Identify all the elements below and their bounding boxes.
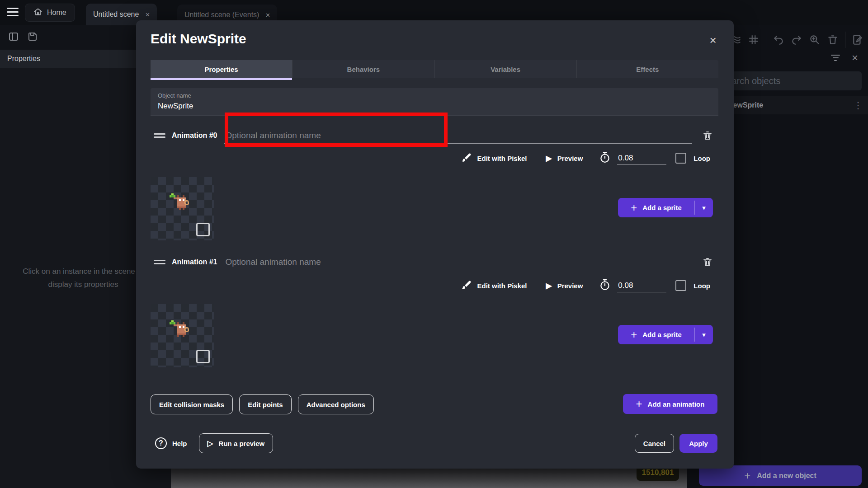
chevron-down-icon[interactable]: ▾	[695, 198, 713, 217]
drag-handle-icon[interactable]	[154, 131, 165, 140]
edit-with-piskel-button[interactable]: Edit with Piskel	[461, 152, 527, 164]
edit-with-piskel-label: Edit with Piskel	[477, 155, 527, 162]
close-dialog-icon[interactable]: ×	[705, 32, 721, 48]
animation-0-label: Animation #0	[172, 131, 217, 140]
scene-toolbar-icons	[730, 30, 863, 50]
toolbar-divider	[845, 32, 845, 48]
main-menu-icon[interactable]	[7, 8, 19, 18]
tab-events-label: Untitled scene (Events)	[184, 11, 259, 19]
dialog-tab-bar: Properties Behaviors Variables Effects	[151, 60, 718, 78]
close-icon[interactable]: ×	[265, 11, 270, 19]
animation-1-name-input[interactable]	[224, 254, 692, 270]
advanced-options-button[interactable]: Advanced options	[298, 394, 374, 414]
toolbar-divider	[766, 32, 766, 48]
object-name-value: NewSprite	[158, 102, 711, 111]
plus-icon: +	[631, 202, 637, 214]
dialog-secondary-actions: Edit collision masks Edit points Advance…	[151, 394, 374, 414]
dialog-title: Edit NewSprite	[151, 31, 246, 47]
run-a-preview-label: Run a preview	[219, 440, 265, 447]
plus-icon: +	[631, 328, 637, 341]
undo-icon[interactable]	[773, 34, 784, 46]
edit-collision-masks-button[interactable]: Edit collision masks	[151, 394, 233, 414]
timer-icon	[599, 279, 611, 292]
preview-label: Preview	[557, 155, 583, 162]
brush-icon	[461, 152, 472, 164]
sprite-select-checkbox[interactable]	[196, 350, 210, 363]
play-icon: ▶	[546, 154, 552, 163]
cursor-coordinates-value: 1510,801	[642, 468, 674, 477]
add-an-animation-button[interactable]: + Add an animation	[623, 394, 717, 414]
tab-home[interactable]: Home	[25, 4, 75, 22]
chevron-down-icon[interactable]: ▾	[695, 325, 713, 344]
object-name-field[interactable]: Object name NewSprite	[151, 88, 718, 116]
preview-button[interactable]: ▶ Preview	[546, 281, 583, 291]
run-a-preview-button[interactable]: ▷ Run a preview	[199, 433, 274, 453]
cancel-button[interactable]: Cancel	[635, 434, 674, 453]
panels-layout-icon[interactable]	[8, 31, 19, 44]
kebab-menu-icon[interactable]: ⋮	[854, 100, 863, 111]
tab-variables[interactable]: Variables	[434, 60, 576, 78]
tab-behaviors[interactable]: Behaviors	[292, 60, 434, 78]
help-button[interactable]: ? Help	[155, 437, 187, 449]
add-new-object-label: Add a new object	[757, 472, 816, 480]
tab-scene-label: Untitled scene	[93, 10, 139, 19]
delete-animation-icon[interactable]	[699, 254, 716, 270]
grid-icon[interactable]	[748, 34, 760, 46]
add-an-animation-label: Add an animation	[648, 400, 705, 408]
help-icon: ?	[155, 437, 167, 449]
help-label: Help	[172, 440, 187, 447]
animation-0-name-input[interactable]	[224, 128, 692, 144]
close-icon[interactable]: ×	[145, 11, 150, 19]
home-icon	[33, 7, 42, 18]
edit-with-piskel-button[interactable]: Edit with Piskel	[461, 280, 527, 292]
search-objects-input[interactable]	[714, 71, 862, 90]
edit-points-button[interactable]: Edit points	[239, 394, 292, 414]
trash-icon[interactable]	[827, 34, 839, 46]
add-a-sprite-label: Add a sprite	[642, 331, 682, 338]
loop-label: Loop	[693, 282, 710, 290]
add-a-sprite-label: Add a sprite	[642, 204, 682, 211]
animation-1-label: Animation #1	[172, 258, 217, 266]
timer-icon	[599, 151, 611, 165]
preview-button[interactable]: ▶ Preview	[546, 154, 583, 163]
tab-properties[interactable]: Properties	[151, 60, 292, 78]
objects-panel-header-icons: ×	[831, 52, 858, 64]
close-panel-icon[interactable]: ×	[852, 52, 858, 64]
pig-sprite-image	[166, 190, 196, 220]
scene-canvas-edge[interactable]	[171, 469, 687, 488]
delete-animation-icon[interactable]	[699, 127, 716, 144]
properties-panel-title: Properties	[7, 55, 40, 63]
edit-scene-properties-icon[interactable]	[852, 34, 863, 46]
animation-1-sprite-thumbnail[interactable]	[151, 304, 214, 367]
loop-label: Loop	[693, 155, 710, 162]
pig-sprite-image	[166, 317, 196, 347]
tab-home-label: Home	[47, 9, 66, 17]
dialog-footer: ? Help ▷ Run a preview Cancel Apply	[151, 433, 717, 453]
drag-handle-icon[interactable]	[154, 258, 165, 266]
time-between-frames-input[interactable]	[617, 279, 666, 292]
animation-0-row: Animation #0	[151, 124, 716, 147]
add-a-sprite-button[interactable]: + Add a sprite ▾	[618, 325, 713, 344]
save-icon[interactable]	[27, 31, 38, 44]
animation-1-row: Animation #1	[151, 251, 716, 273]
tab-effects[interactable]: Effects	[576, 60, 718, 78]
plus-icon: +	[744, 469, 750, 482]
filter-icon[interactable]	[831, 55, 840, 61]
preview-label: Preview	[557, 282, 583, 290]
add-a-sprite-button[interactable]: + Add a sprite ▾	[618, 198, 713, 217]
time-between-frames-input[interactable]	[617, 152, 666, 165]
gdevelop-app: Home Untitled scene × Untitled scene (Ev…	[0, 0, 868, 488]
redo-icon[interactable]	[791, 34, 802, 46]
animation-0-tools-row: Edit with Piskel ▶ Preview Loop	[151, 148, 710, 168]
animation-1-tools-row: Edit with Piskel ▶ Preview Loop	[151, 276, 710, 296]
zoom-in-icon[interactable]	[809, 34, 821, 46]
loop-checkbox[interactable]	[675, 280, 686, 291]
play-icon: ▶	[546, 281, 552, 291]
plus-icon: +	[636, 398, 642, 410]
loop-checkbox[interactable]	[675, 153, 686, 164]
apply-button[interactable]: Apply	[679, 434, 717, 453]
brush-icon	[461, 280, 472, 292]
animation-0-sprite-thumbnail[interactable]	[151, 177, 214, 240]
play-outline-icon: ▷	[208, 439, 213, 448]
sprite-select-checkbox[interactable]	[196, 223, 210, 236]
